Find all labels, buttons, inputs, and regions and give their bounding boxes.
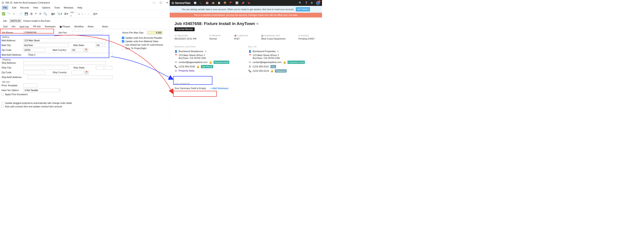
ship-addl-input[interactable] (28, 75, 112, 79)
chart-icon[interactable]: 📊 (236, 1, 238, 4)
tab-addl-info[interactable]: Add'l Info (18, 24, 31, 29)
list-icon[interactable]: ▤▾ (93, 12, 97, 16)
grid-icon[interactable]: ▦▾ (51, 12, 55, 16)
ship-city-input[interactable] (23, 66, 69, 69)
mail-address-input[interactable] (23, 39, 106, 42)
chk-escalators[interactable] (2, 93, 4, 96)
tab-roles[interactable]: Roles (86, 24, 96, 29)
bill-email[interactable]: contact@agaveapitest.com (252, 61, 282, 64)
tab-pr-info[interactable]: PR Info (31, 24, 43, 29)
refresh-icon[interactable]: ⟳ (39, 12, 42, 16)
mail-city-input[interactable] (23, 43, 69, 47)
close-button[interactable]: ✕ (166, 1, 168, 4)
first-icon[interactable]: « (78, 12, 80, 16)
edit-svc-icon[interactable]: ✎ (205, 50, 207, 53)
menu-tools[interactable]: Tools (54, 6, 60, 9)
bill-email-tag: Customer e-mail (288, 61, 305, 64)
menu-help[interactable]: Help (78, 6, 82, 9)
menu-view[interactable]: View (33, 6, 38, 9)
menu-file[interactable]: File (2, 6, 8, 9)
binoculars-icon[interactable]: 🔭 (7, 12, 11, 16)
add-summary-link[interactable]: + Add Summary (210, 87, 228, 90)
clock-icon[interactable]: 🕒 (194, 1, 197, 4)
map-pin-icon[interactable]: 📍 (84, 48, 88, 52)
chk-update-proj[interactable] (2, 102, 4, 104)
chk-sync[interactable] (122, 47, 124, 49)
new-icon[interactable]: 📄 (19, 12, 23, 16)
menu-edit[interactable]: Edit (12, 6, 16, 9)
spellcheck-icon[interactable]: ABC✔ (70, 10, 74, 17)
search-icon[interactable]: 🔍 (44, 12, 47, 16)
edit-bill-icon[interactable]: ✎ (277, 50, 279, 53)
ship-state-extra-input[interactable] (105, 66, 112, 69)
bell-icon[interactable]: 🔔 (209, 61, 212, 64)
gear-icon[interactable]: ⚙ (12, 12, 15, 16)
bill-phone[interactable]: (123) 555-0123 (252, 69, 269, 72)
job-id[interactable]: 34076-58 (9, 19, 22, 23)
svc-phone[interactable]: (123) 555-0100 (178, 65, 195, 68)
property-data-link[interactable]: Property Data (178, 69, 194, 72)
chk-units-ms[interactable] (122, 40, 124, 43)
calendar-icon[interactable]: 📅 (206, 1, 209, 4)
brand[interactable]: ⌬ ServiceTitan (172, 1, 190, 4)
chk-units-ap[interactable] (122, 37, 124, 39)
undo-icon[interactable]: ↶ (35, 12, 37, 16)
hours-input[interactable] (147, 31, 162, 34)
bell-icon[interactable]: 🔔 (283, 61, 286, 64)
clipboard-icon[interactable]: 📋 (218, 1, 220, 4)
attach-icon[interactable]: 📎▾ (57, 12, 62, 16)
mail-addl-input[interactable] (28, 53, 112, 57)
prev-icon[interactable]: ‹ (82, 12, 83, 16)
zip-input[interactable] (23, 48, 45, 52)
ship-zip-input[interactable] (23, 71, 45, 74)
settings-icon[interactable]: ⚙ (311, 1, 313, 4)
ship-address-input[interactable] (23, 61, 106, 65)
save-icon[interactable]: 💾 (24, 12, 28, 16)
tab-phases[interactable]: Phases (58, 24, 72, 29)
check-icon[interactable]: ✅ (2, 12, 5, 16)
price-template-input[interactable] (23, 84, 38, 87)
job-fax-input[interactable] (72, 31, 103, 34)
tab-reviewers[interactable]: Reviewers (43, 24, 58, 29)
menu-options[interactable]: Options (42, 6, 50, 9)
delete-icon[interactable]: 🗑 (30, 12, 33, 16)
avatar[interactable]: 👤 (316, 1, 320, 5)
menu-windows[interactable]: Windows (64, 6, 74, 9)
tab-notes[interactable]: Notes (100, 24, 110, 29)
job-phone-input[interactable] (23, 31, 54, 34)
maximize-button[interactable]: ☐ (160, 1, 162, 4)
tab-info[interactable]: Info (10, 24, 18, 29)
job-header: Job: 34076-58 Fixture Install in AnyTown (0, 17, 170, 24)
bill-fax[interactable]: (123) 555-0101 (252, 65, 269, 68)
help-icon[interactable]: ❔ (305, 1, 308, 4)
next-icon[interactable]: › (85, 12, 86, 16)
mail-country-input[interactable] (71, 48, 83, 52)
ship-state-input[interactable] (96, 66, 104, 69)
get-started-button[interactable]: Get Started (296, 7, 310, 11)
box-icon[interactable]: 📦 (224, 1, 226, 4)
truck-icon[interactable]: 🚚 (212, 1, 214, 4)
chk-default-tax[interactable] (122, 44, 124, 46)
tab-workflow[interactable]: Workflow (72, 24, 86, 29)
copy-icon[interactable]: ⧉ (256, 22, 258, 25)
ship-map-pin-icon[interactable]: 📍 (85, 71, 88, 74)
last-icon[interactable]: » (88, 12, 89, 16)
bookmark-icon[interactable]: 🔖 (247, 1, 250, 4)
membership-badge: Potential Member (174, 27, 194, 31)
flag-icon[interactable]: 🚩 (230, 1, 232, 4)
phone-icon[interactable]: 📞 (200, 1, 202, 4)
mail-state-extra-input[interactable] (104, 43, 112, 47)
menu-records[interactable]: Records (20, 6, 29, 9)
bell-icon[interactable]: 🔔 (270, 69, 274, 72)
minimize-button[interactable]: — (153, 1, 155, 4)
ship-country-input[interactable] (72, 71, 84, 74)
mail-state-input[interactable] (96, 43, 103, 47)
haul-tax-select[interactable]: 0-Not Taxable (23, 88, 60, 92)
search-icon[interactable]: 🔍 (299, 1, 302, 4)
chk-autoadd[interactable] (2, 105, 4, 108)
print-icon[interactable]: 🖶▾ (64, 12, 68, 16)
bell-icon[interactable]: 🔔 (196, 65, 200, 68)
megaphone-icon[interactable]: 📣 (242, 1, 244, 4)
svc-email[interactable]: contact@agaveapitest.com (178, 61, 208, 64)
tab-grid[interactable]: Grid (1, 24, 10, 29)
